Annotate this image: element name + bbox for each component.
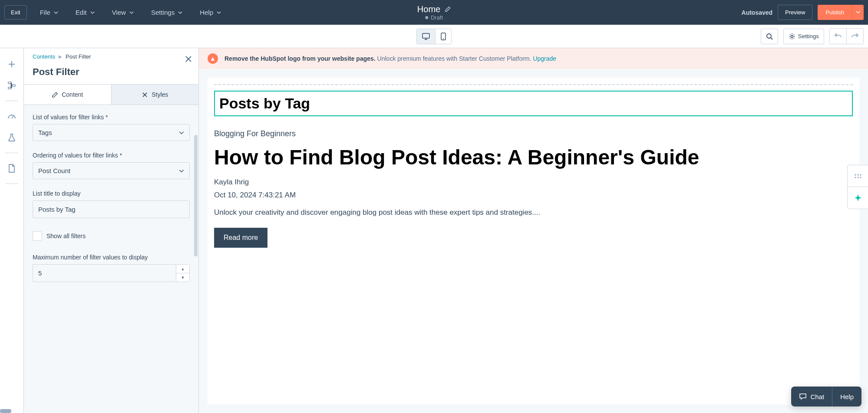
desktop-icon <box>422 33 430 40</box>
tab-styles[interactable]: Styles <box>112 85 199 105</box>
brush-icon <box>142 92 148 98</box>
add-tool-button[interactable] <box>2 55 21 74</box>
blog-headline[interactable]: How to Find Blog Post Ideas: A Beginner'… <box>214 145 853 170</box>
mobile-view-button[interactable] <box>436 29 451 44</box>
stepper-up-button[interactable]: ▲ <box>176 265 189 273</box>
exit-button[interactable]: Exit <box>4 5 27 20</box>
tab-content-label: Content <box>62 91 83 98</box>
redo-icon <box>851 33 858 39</box>
publish-group: Publish <box>818 5 864 20</box>
svg-point-3 <box>767 34 771 38</box>
title-input[interactable] <box>33 200 190 218</box>
page-title-block: Home Draft <box>417 4 451 21</box>
device-toggle <box>416 29 452 44</box>
panel-scrollbar[interactable] <box>194 135 198 409</box>
help-button[interactable]: Help <box>832 387 861 406</box>
preview-button[interactable]: Preview <box>778 5 812 20</box>
list-values-select[interactable]: Tags <box>33 124 190 141</box>
svg-rect-0 <box>422 33 429 38</box>
plus-icon <box>7 59 17 69</box>
drop-zone-indicator <box>214 84 853 86</box>
second-bar-right: Settings <box>761 28 864 44</box>
undo-button[interactable] <box>830 29 847 44</box>
posts-by-tag-heading: Posts by Tag <box>219 95 848 112</box>
autosaved-label: Autosaved <box>742 9 773 16</box>
blog-excerpt: Unlock your creativity and discover enga… <box>214 208 853 217</box>
chevron-down-icon <box>179 130 184 135</box>
contents-tool-button[interactable] <box>2 76 21 95</box>
breadcrumb-current: Post Filter <box>66 53 91 60</box>
optimize-tool-button[interactable] <box>2 107 21 126</box>
page-canvas[interactable]: Posts by Tag Blogging For Beginners How … <box>208 78 859 404</box>
chevron-down-icon <box>90 10 95 15</box>
svg-rect-5 <box>8 82 11 84</box>
banner-text: Remove the HubSpot logo from your websit… <box>224 55 556 62</box>
grip-icon <box>854 174 862 179</box>
undo-icon <box>835 33 842 39</box>
top-toolbar: Exit File Edit View Settings Help Home D… <box>0 0 868 25</box>
help-label: Help <box>840 393 854 400</box>
max-number-input[interactable] <box>33 264 176 282</box>
stepper-down-button[interactable]: ▼ <box>176 273 189 282</box>
svg-point-10 <box>860 174 861 175</box>
svg-point-4 <box>791 35 793 37</box>
menu-settings-label: Settings <box>151 9 175 16</box>
blog-date: Oct 10, 2024 7:43:21 AM <box>214 191 853 200</box>
upgrade-link[interactable]: Upgrade <box>533 55 556 62</box>
ordering-value: Post Count <box>38 167 70 174</box>
close-icon <box>185 56 192 62</box>
menu-help[interactable]: Help <box>200 9 221 16</box>
status-dot-icon <box>425 16 428 19</box>
chevron-down-icon <box>54 10 58 15</box>
title-label: List title to display <box>33 190 190 197</box>
ai-sparkle-button[interactable] <box>848 187 868 209</box>
menu-file[interactable]: File <box>40 9 58 16</box>
draft-label: Draft <box>431 14 443 21</box>
chat-button[interactable]: Chat <box>791 387 832 406</box>
selected-module[interactable]: Posts by Tag <box>214 91 853 116</box>
settings-button[interactable]: Settings <box>783 29 824 44</box>
read-more-button[interactable]: Read more <box>214 228 267 248</box>
ordering-label: Ordering of values for filter links * <box>33 152 190 159</box>
menu-settings[interactable]: Settings <box>151 9 182 16</box>
breadcrumb-root[interactable]: Contents <box>33 53 55 60</box>
device-bar: Settings <box>0 25 868 48</box>
menu-edit[interactable]: Edit <box>76 9 95 16</box>
ordering-select[interactable]: Post Count <box>33 162 190 179</box>
panel-body: List of values for filter links * Tags O… <box>24 105 198 413</box>
blog-category[interactable]: Blogging For Beginners <box>214 129 853 138</box>
list-values-value: Tags <box>38 129 52 136</box>
search-button[interactable] <box>761 29 778 44</box>
bottom-scrollbar[interactable] <box>0 409 11 413</box>
file-tool-button[interactable] <box>2 159 21 178</box>
svg-point-8 <box>855 174 856 175</box>
show-filters-row: Show all filters <box>33 231 190 241</box>
publish-dropdown-button[interactable] <box>852 5 864 20</box>
show-filters-toggle[interactable] <box>33 231 42 241</box>
grid-handle-button[interactable] <box>848 165 868 187</box>
chevron-down-icon <box>217 10 221 15</box>
chat-icon <box>799 393 807 400</box>
left-tool-rail <box>0 48 24 413</box>
show-filters-label: Show all filters <box>46 233 86 239</box>
redo-button[interactable] <box>847 29 863 44</box>
svg-point-13 <box>860 177 861 178</box>
banner-bold: Remove the HubSpot logo from your websit… <box>224 55 376 62</box>
menu-edit-label: Edit <box>76 9 87 16</box>
banner-light: Unlock premium features with Starter Cus… <box>376 55 533 62</box>
gauge-icon <box>7 111 17 121</box>
panel-title: Post Filter <box>24 64 198 84</box>
svg-point-9 <box>857 174 858 175</box>
search-icon <box>766 33 773 40</box>
page-title[interactable]: Home <box>417 4 440 14</box>
breadcrumb: Contents ▶ Post Filter <box>33 53 190 60</box>
test-tool-button[interactable] <box>2 128 21 147</box>
edit-icon[interactable] <box>445 6 451 12</box>
close-panel-button[interactable] <box>185 55 192 65</box>
tab-content[interactable]: Content <box>24 85 112 105</box>
right-float-rail <box>847 165 868 209</box>
menu-view[interactable]: View <box>112 9 134 16</box>
number-stepper: ▲ ▼ <box>176 264 190 282</box>
publish-button[interactable]: Publish <box>818 5 852 20</box>
desktop-view-button[interactable] <box>417 29 436 44</box>
